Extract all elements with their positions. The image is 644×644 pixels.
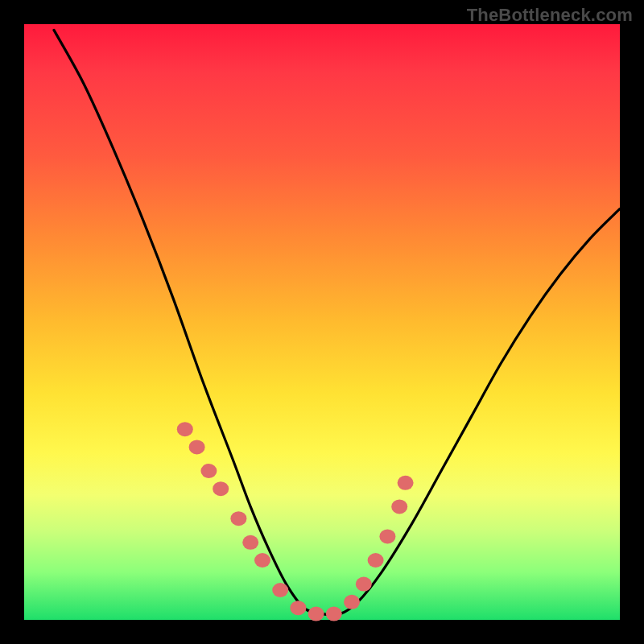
- curve-marker: [356, 577, 372, 592]
- plot-area: [24, 24, 620, 620]
- curve-marker: [242, 535, 258, 550]
- curve-marker: [200, 464, 217, 478]
- curve-marker: [272, 583, 288, 597]
- curve-marker: [398, 476, 414, 490]
- curve-marker: [326, 607, 342, 621]
- curve-marker: [308, 607, 324, 621]
- curve-marker: [344, 595, 360, 609]
- bottleneck-curve: [54, 30, 620, 615]
- curve-marker: [254, 553, 270, 568]
- curve-marker: [230, 511, 246, 526]
- curve-marker: [177, 422, 193, 436]
- marker-group: [177, 422, 414, 621]
- curve-marker: [189, 440, 205, 454]
- curve-marker: [213, 481, 229, 496]
- watermark-text: TheBottleneck.com: [467, 5, 633, 26]
- chart-frame: TheBottleneck.com: [0, 0, 644, 644]
- curve-marker: [368, 553, 384, 568]
- curve-marker: [290, 601, 306, 615]
- curve-marker: [391, 499, 407, 514]
- curve-marker: [379, 529, 395, 543]
- curve-svg: [24, 24, 620, 620]
